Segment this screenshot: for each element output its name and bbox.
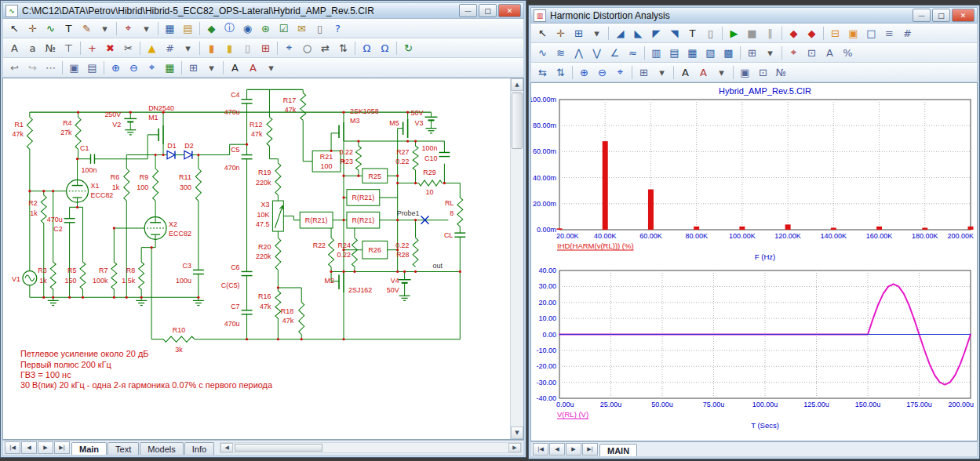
dropdown-arrow-icon[interactable]: ▾: [761, 44, 779, 62]
histogram-icon[interactable]: ▥: [647, 44, 665, 62]
cut-icon[interactable]: ✂: [119, 39, 137, 57]
tab-text[interactable]: Text: [107, 442, 139, 455]
limits-icon[interactable]: ⊟: [826, 24, 844, 42]
dropdown-arrow-icon[interactable]: ▾: [137, 20, 155, 38]
minimize-button[interactable]: —: [913, 9, 931, 22]
cursor-mode-icon[interactable]: ◣: [629, 24, 647, 42]
sheet-plain-icon[interactable]: ▯: [239, 39, 257, 57]
harmonic-distortion-bar-chart[interactable]: Hybrid_AMP_Rev.5.CIR0.00m20.00m40.00m60.…: [531, 85, 978, 263]
text-mode-icon[interactable]: T: [60, 20, 78, 38]
monitor-icon[interactable]: ▦: [161, 20, 179, 38]
maximize-button[interactable]: □: [479, 4, 497, 17]
crosshair-icon[interactable]: ⌖: [280, 39, 298, 57]
font-color-icon[interactable]: A: [694, 64, 712, 82]
properties2-icon[interactable]: ⊡: [754, 64, 772, 82]
document-icon[interactable]: ▯: [701, 24, 720, 42]
minimize-button[interactable]: —: [459, 4, 477, 17]
back-icon[interactable]: ↩: [5, 59, 24, 77]
run-icon[interactable]: ▶: [725, 24, 743, 42]
calculator-icon[interactable]: №: [772, 64, 790, 82]
dropdown-arrow-icon[interactable]: ▾: [96, 20, 114, 38]
paint-icon[interactable]: ◆: [202, 20, 220, 38]
component-mode-icon[interactable]: ⌖: [119, 20, 137, 38]
schematic-vertical-scrollbar[interactable]: ▲ ▼: [510, 78, 523, 439]
fft-icon[interactable]: ≋: [552, 44, 570, 62]
schematic-window-titlebar[interactable]: ∿ C:\MC12\DATA\Petrov\Hibrid\Hibrid-5_EC…: [2, 2, 524, 19]
slope-icon[interactable]: ∠: [606, 44, 624, 62]
maximize-button[interactable]: □: [932, 9, 950, 22]
pan-hand-icon[interactable]: ✛: [552, 24, 570, 42]
zoom-in-icon[interactable]: ⊕: [575, 64, 593, 82]
point-tag-icon[interactable]: ◤: [647, 24, 665, 42]
scroll-down-button[interactable]: ▼: [511, 427, 523, 439]
refresh-icon[interactable]: ↻: [399, 39, 417, 57]
list-icon[interactable]: ≡: [880, 24, 898, 42]
slider-red2-icon[interactable]: ◆: [803, 24, 821, 42]
mode-select-icon[interactable]: ⊞: [257, 39, 275, 57]
tab-scroll-first-button[interactable]: |◀: [533, 443, 548, 456]
sheet-orange-icon[interactable]: ▮: [202, 39, 220, 57]
slider-red-icon[interactable]: ◆: [785, 24, 803, 42]
grid-text-icon[interactable]: ⊤: [60, 39, 78, 57]
add-waveform-icon[interactable]: ∿: [534, 44, 552, 62]
density-plot-icon[interactable]: ▧: [701, 44, 720, 62]
forward-icon[interactable]: ↪: [24, 59, 42, 77]
flip-horizontal-icon[interactable]: ⇄: [316, 39, 334, 57]
bar-chart-icon[interactable]: ▤: [665, 44, 683, 62]
pan-left-right-icon[interactable]: ⇆: [534, 64, 552, 82]
cross-icon[interactable]: +: [83, 39, 101, 57]
pin-numbers-icon[interactable]: №: [42, 39, 60, 57]
grid-icon[interactable]: #: [161, 39, 179, 57]
text-tool-icon[interactable]: T: [683, 24, 701, 42]
scale-mode-icon[interactable]: ◢: [611, 24, 629, 42]
tab-scroll-next-button[interactable]: ▶: [566, 443, 581, 456]
horizontal-tag-icon[interactable]: ◥: [665, 24, 683, 42]
sheet-yellow-icon[interactable]: ▮: [220, 39, 239, 57]
more-icon[interactable]: ⋯: [42, 59, 60, 77]
tab-scroll-prev-button[interactable]: ◀: [21, 441, 37, 454]
info-icon[interactable]: ⓘ: [220, 20, 239, 38]
checkbox-icon[interactable]: ☑: [275, 20, 293, 38]
zoom-in-icon[interactable]: ⊕: [107, 59, 125, 77]
image-icon[interactable]: ▦: [161, 59, 179, 77]
dropdown-arrow-icon[interactable]: ▾: [653, 64, 671, 82]
warning-icon[interactable]: ▲: [143, 39, 161, 57]
pause-icon[interactable]: ‖: [761, 24, 779, 42]
tab-main[interactable]: MAIN: [599, 444, 637, 456]
help-icon[interactable]: ?: [329, 20, 347, 38]
tab-scroll-first-button[interactable]: |◀: [5, 441, 20, 454]
tab-scroll-last-button[interactable]: ▶|: [582, 443, 598, 456]
percent-icon[interactable]: %: [839, 44, 857, 62]
pan-hand-icon[interactable]: ✛: [24, 20, 42, 38]
zoom-out-icon[interactable]: ⊖: [125, 59, 143, 77]
zoom-cursor-icon[interactable]: ⌖: [611, 64, 629, 82]
find-next-icon[interactable]: Ω: [376, 39, 394, 57]
tab-info[interactable]: Info: [184, 442, 214, 455]
schematic-horizontal-scrollbar[interactable]: ◀ ▶: [220, 442, 522, 453]
horizontal-scroll-track[interactable]: [233, 443, 508, 452]
close-button[interactable]: ✕: [498, 4, 521, 17]
tab-scroll-last-button[interactable]: ▶|: [54, 441, 70, 454]
tab-main[interactable]: Main: [71, 442, 107, 455]
dropdown-arrow-icon[interactable]: ▾: [588, 24, 606, 42]
peak-icon[interactable]: ⋀: [570, 44, 588, 62]
dropdown-arrow-icon[interactable]: ▾: [202, 59, 220, 77]
output-waveform-chart[interactable]: -40.00-30.00-20.00-10.000.0010.0020.0030…: [531, 263, 978, 432]
horizontal-scroll-thumb[interactable]: [235, 444, 322, 452]
cursor-measure-icon[interactable]: ⌖: [785, 44, 803, 62]
axes-icon[interactable]: ⊞: [743, 44, 761, 62]
scroll-left-button[interactable]: ◀: [220, 443, 233, 452]
scroll-right-button[interactable]: ▶: [508, 443, 521, 452]
pan-up-down-icon[interactable]: ⇅: [552, 64, 570, 82]
select-arrow-icon[interactable]: ↖: [5, 20, 24, 38]
box-blue-icon[interactable]: □: [862, 24, 880, 42]
find-icon[interactable]: Ω: [358, 39, 376, 57]
stop-icon[interactable]: ■: [743, 24, 761, 42]
analysis-window-titlebar[interactable]: ▥ Harmonic Distortion Analysis — □ ✕: [530, 7, 978, 24]
globe-icon[interactable]: ⊛: [257, 20, 275, 38]
dropdown-arrow-icon[interactable]: ▾: [179, 39, 197, 57]
flip-vertical-icon[interactable]: ⇅: [334, 39, 352, 57]
vertical-scroll-track[interactable]: [511, 91, 523, 427]
schematic-canvas[interactable]: R147kR427k250VV2DN2540M1C4470uR1747kR124…: [2, 78, 524, 440]
font-icon[interactable]: A: [676, 64, 694, 82]
